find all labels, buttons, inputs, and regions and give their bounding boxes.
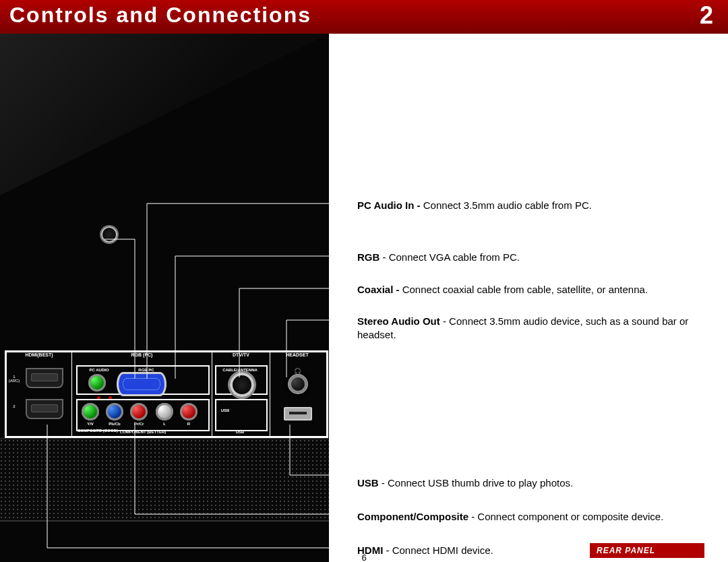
headset-column: 🎧 — [270, 363, 324, 436]
desc-usb: USB - Connect USB thumb drive to play ph… — [357, 476, 715, 490]
desc-label: Component/Composite — [357, 511, 468, 522]
dtv-column: CABLE/ANTENNA USB USB — [212, 363, 270, 436]
page-number: 6 — [0, 553, 728, 562]
desc-label: Stereo Audio Out — [357, 315, 440, 327]
desc-text: - Connect USB thumb drive to play photos… — [379, 477, 573, 489]
page-body: HDMI(BEST) RGB (PC) DTV/TV HEADSET 1 (AR… — [0, 34, 728, 562]
panel-body: 1 (ARC) 2 PC AUDIO RGB PC — [7, 363, 326, 436]
page-title: Controls and Connections — [9, 3, 311, 28]
component-pb-jack-icon — [106, 403, 123, 420]
pbcb-label: Pb/Cb — [106, 422, 123, 426]
desc-text: Connect 3.5mm audio cable from PC. — [423, 199, 592, 211]
pcaudio-label: PC AUDIO — [86, 368, 113, 372]
panel-column-headers: HDMI(BEST) RGB (PC) DTV/TV HEADSET — [7, 352, 326, 363]
rgb-component-column: PC AUDIO RGB PC Y/V Pb/Cb Pr/Cr L R — [72, 363, 212, 436]
desc-text: - Connect VGA cable from PC. — [380, 251, 520, 263]
desc-label: PC Audio In - — [357, 199, 423, 211]
headset-jack-icon — [288, 374, 308, 394]
desc-coaxial: Coaxial - Connect coaxial cable from cab… — [357, 283, 715, 296]
col-rgb-label: RGB (PC) — [72, 352, 212, 363]
col-dtv-label: DTV/TV — [212, 352, 270, 363]
component-pr-jack-icon — [130, 403, 148, 420]
tv-body — [0, 34, 329, 562]
audio-r-jack-icon — [180, 403, 198, 420]
desc-text: - Connect component or composite device. — [468, 511, 663, 522]
prcr-label: Pr/Cr — [130, 422, 148, 426]
page-header: Controls and Connections 2 — [0, 0, 728, 34]
hdmi-port-2-icon — [26, 399, 63, 419]
col-hdmi-label: HDMI(BEST) — [7, 352, 72, 363]
desc-stereo-out: Stereo Audio Out - Connect 3.5mm audio d… — [357, 315, 715, 341]
cable-label: CABLE/ANTENNA — [215, 368, 265, 372]
speaker-grill — [0, 438, 329, 522]
audio-l-jack-icon — [156, 403, 173, 420]
desc-text: Connect coaxial cable from cable, satell… — [402, 284, 648, 295]
pc-audio-jack-icon — [88, 374, 106, 392]
usb-small-label: USB — [215, 408, 235, 412]
hdmi-port-1-icon — [26, 368, 63, 388]
chapter-number: 2 — [700, 1, 713, 30]
desc-pc-audio-in: PC Audio In - Connect 3.5mm audio cable … — [357, 199, 715, 212]
component-label: COMPONENT (BETTER) — [102, 430, 183, 434]
l-label: L — [156, 422, 173, 426]
desc-label: Coaxial - — [357, 284, 402, 295]
desc-label: RGB — [357, 251, 380, 263]
hdmi2-label: 2 — [8, 404, 20, 408]
lone-audio-jack-icon — [101, 226, 117, 243]
desc-component: Component/Composite - Connect component … — [357, 510, 715, 524]
tv-gloss — [0, 34, 329, 236]
rear-panel-diagram: HDMI(BEST) RGB (PC) DTV/TV HEADSET 1 (AR… — [5, 350, 328, 438]
coax-port-icon — [230, 373, 254, 397]
r-label: R — [180, 422, 198, 426]
usb-frame — [215, 399, 268, 431]
hdmi1-label: 1 (ARC) — [8, 375, 20, 383]
hdmi-column: 1 (ARC) 2 — [7, 363, 72, 436]
usb-big-label: USB — [215, 430, 265, 434]
yv-label: Y/V — [82, 422, 99, 426]
desc-rgb: RGB - Connect VGA cable from PC. — [357, 251, 715, 264]
component-y-jack-icon — [82, 403, 99, 420]
desc-label: USB — [357, 477, 379, 489]
usb-port-icon — [284, 407, 312, 420]
col-headset-label: HEADSET — [270, 352, 324, 363]
vga-port-icon — [117, 372, 166, 396]
